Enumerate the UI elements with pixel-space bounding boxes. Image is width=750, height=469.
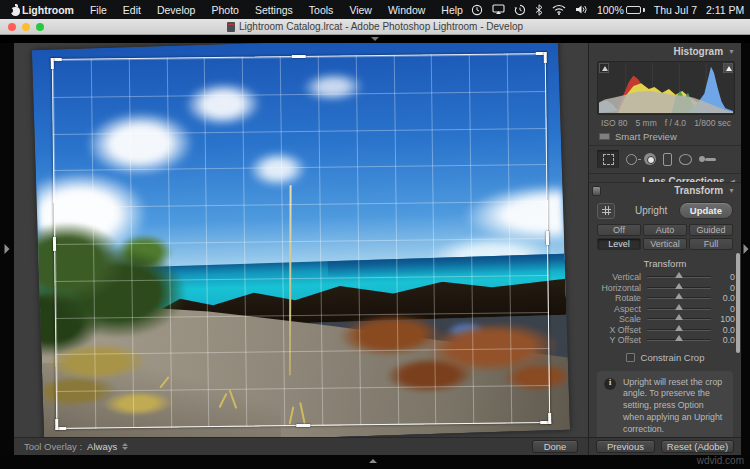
smart-preview-row[interactable]: Smart Preview: [589, 130, 741, 145]
volume-icon[interactable]: [575, 4, 588, 15]
crop-handle-bottom-right[interactable]: [540, 413, 551, 424]
crop-handle-bottom-left[interactable]: [55, 419, 66, 430]
menu-view[interactable]: View: [341, 4, 380, 16]
slider-thumb[interactable]: [675, 283, 683, 289]
slider-value[interactable]: 100: [711, 314, 735, 324]
upright-vertical-button[interactable]: Vertical: [643, 238, 687, 250]
window-title-bar: Lightroom Catalog.lrcat - Adobe Photosho…: [0, 19, 750, 35]
right-panel-edge-strip[interactable]: [741, 43, 750, 455]
reset-adobe-button[interactable]: Reset (Adobe): [661, 440, 734, 453]
upright-full-button[interactable]: Full: [689, 238, 733, 250]
menu-time[interactable]: 2:11 PM: [706, 4, 744, 16]
crop-handle-bottom[interactable]: [296, 424, 310, 427]
menu-date[interactable]: Thu Jul 7: [654, 4, 697, 16]
hide-right-panel-icon[interactable]: [743, 244, 748, 254]
upright-level-button[interactable]: Level: [597, 238, 641, 250]
collapse-panel-icon[interactable]: ▼: [728, 187, 735, 194]
zoom-window-button[interactable]: [36, 23, 44, 31]
menu-develop[interactable]: Develop: [149, 4, 204, 16]
show-module-picker-icon[interactable]: [371, 37, 379, 41]
constrain-crop-checkbox[interactable]: [626, 353, 635, 362]
slider-thumb[interactable]: [675, 325, 683, 331]
tool-overlay-stepper-icon[interactable]: [122, 443, 128, 450]
close-window-button[interactable]: [8, 23, 16, 31]
menu-settings[interactable]: Settings: [247, 4, 301, 16]
battery-indicator[interactable]: 100%: [597, 4, 645, 16]
menu-tools[interactable]: Tools: [301, 4, 342, 16]
constrain-crop-row[interactable]: Constrain Crop: [589, 346, 741, 367]
slider-value[interactable]: 0: [711, 304, 735, 314]
slider-value[interactable]: 0: [711, 283, 735, 293]
crop-handle-top[interactable]: [292, 55, 306, 58]
tool-overlay-value[interactable]: Always: [87, 441, 117, 452]
scale-slider[interactable]: [647, 318, 711, 320]
vertical-slider[interactable]: [647, 276, 711, 278]
histogram-header[interactable]: Histogram ▼: [589, 43, 741, 59]
radial-filter-tool[interactable]: [679, 150, 692, 168]
menu-window[interactable]: Window: [380, 4, 433, 16]
graduated-filter-tool[interactable]: [663, 150, 672, 168]
exif-iso: ISO 80: [601, 118, 627, 128]
upright-guided-button[interactable]: Guided: [689, 224, 733, 236]
left-panel-strip[interactable]: [0, 43, 14, 455]
menu-photo[interactable]: Photo: [203, 4, 246, 16]
crop-handle-right[interactable]: [546, 231, 549, 245]
slider-value[interactable]: 0.0: [711, 325, 735, 335]
crop-handle-left[interactable]: [53, 237, 56, 251]
filmstrip-strip[interactable]: wdvid.com: [0, 455, 750, 469]
lens-corrections-clipped[interactable]: Lens Corrections ◀: [589, 173, 741, 182]
guided-upright-tool-button[interactable]: [597, 203, 615, 219]
transform-header[interactable]: Transform ▼: [589, 182, 741, 198]
rotate-slider[interactable]: [647, 297, 711, 299]
slider-value[interactable]: 0.0: [711, 335, 735, 345]
slider-thumb[interactable]: [675, 304, 683, 310]
slider-value[interactable]: 0: [711, 272, 735, 282]
bluetooth-icon[interactable]: [535, 4, 543, 16]
menu-lightroom[interactable]: Lightroom: [14, 4, 82, 16]
slider-thumb[interactable]: [675, 272, 683, 278]
slider-thumb[interactable]: [675, 335, 683, 341]
crop-grid-overlay[interactable]: [52, 53, 550, 429]
slider-value[interactable]: 0.0: [711, 293, 735, 303]
constrain-crop-label: Constrain Crop: [641, 352, 705, 363]
time-machine-icon[interactable]: [514, 4, 526, 16]
shadow-clipping-icon[interactable]: [599, 63, 609, 73]
spot-removal-tool[interactable]: [626, 150, 637, 168]
y-offset-slider[interactable]: [647, 339, 711, 341]
histogram-display[interactable]: [597, 61, 735, 115]
crop-handle-top-right[interactable]: [536, 52, 547, 63]
panel-scrollbar[interactable]: [736, 253, 740, 353]
graduated-filter-icon: [663, 153, 672, 166]
menu-help[interactable]: Help: [433, 4, 471, 16]
wifi-icon[interactable]: [552, 4, 566, 15]
highlight-clipping-icon[interactable]: [723, 63, 733, 73]
done-button[interactable]: Done: [532, 440, 578, 453]
update-button[interactable]: Update: [679, 202, 733, 219]
red-eye-tool[interactable]: [644, 150, 656, 168]
crop-handle-top-left[interactable]: [51, 58, 62, 69]
display-mirroring-icon[interactable]: [492, 4, 505, 15]
adjustment-brush-tool[interactable]: [699, 150, 716, 168]
clock-status-icon[interactable]: [471, 4, 483, 16]
slider-thumb[interactable]: [675, 314, 683, 320]
right-panel-scroll-area[interactable]: Histogram ▼: [589, 43, 741, 437]
previous-button[interactable]: Previous: [596, 440, 655, 453]
menu-edit[interactable]: Edit: [115, 4, 149, 16]
horizontal-slider[interactable]: [647, 287, 711, 289]
lightroom-app: Lightroom File Edit Develop Photo Settin…: [0, 0, 750, 469]
slider-thumb[interactable]: [675, 293, 683, 299]
crop-overlay-tool[interactable]: [597, 150, 619, 168]
upright-auto-button[interactable]: Auto: [643, 224, 687, 236]
tool-strip: [589, 145, 741, 173]
minimize-window-button[interactable]: [22, 23, 30, 31]
aspect-slider[interactable]: [647, 308, 711, 310]
menu-file[interactable]: File: [82, 4, 115, 16]
collapse-panel-icon[interactable]: ▼: [728, 48, 735, 55]
upright-off-button[interactable]: Off: [597, 224, 641, 236]
show-left-panel-icon[interactable]: [5, 244, 10, 254]
radial-filter-icon: [679, 154, 692, 165]
show-filmstrip-icon[interactable]: [369, 459, 377, 463]
transform-enable-switch[interactable]: [592, 186, 601, 196]
module-picker-strip[interactable]: [0, 35, 750, 43]
x-offset-slider[interactable]: [647, 329, 711, 331]
